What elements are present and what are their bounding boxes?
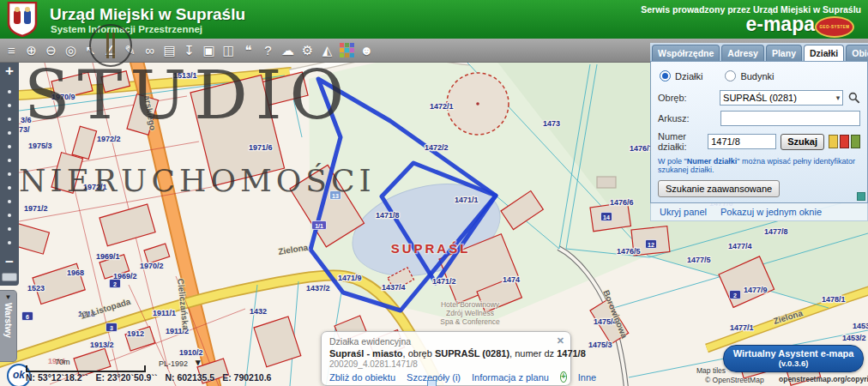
zoom-tick[interactable] [8,104,11,107]
search-icon[interactable] [848,92,860,104]
parcel-label: 1910/2 [179,348,203,357]
advanced-search-button[interactable]: Szukanie zaawansowane [658,180,780,197]
select-area-icon[interactable]: ◎ [61,40,81,61]
parcel-description: Supraśl - miasto, obręb SUPRAŚL (0281), … [329,348,563,359]
obreb-select[interactable]: SUPRAŚL (0281) ▾ [720,90,843,106]
pointer-icon[interactable]: ↖ [81,40,100,61]
zoom-in-button[interactable]: + [5,63,14,80]
panel-link[interactable]: Ukryj panel [660,207,707,217]
zoom-out-button[interactable]: − [5,255,14,270]
page-subtitle: System Informacji Przestrzennej [51,24,202,34]
parcel-label: 1473 [543,119,560,128]
tab-współrzędne[interactable]: Współrzędne [652,45,720,61]
address-plate: 2 [110,280,121,288]
download-icon[interactable]: ↧ [179,40,199,61]
parcel-label: 1477/4 [728,242,752,250]
layers-icon[interactable]: ≡ [2,40,21,61]
help-icon[interactable]: ? [258,40,278,61]
settings-icon[interactable]: ⚙ [298,40,317,61]
feedback-icon[interactable]: ☻ [357,40,377,61]
chevron-down-icon[interactable]: ▾ [196,357,201,368]
triangle-icon: ▼ [5,294,12,301]
address-plate: 3 [106,323,118,332]
parcel-label: 1513/1 [173,71,197,80]
parcel-label: 1911/1 [153,309,176,317]
draw-icon[interactable]: ✎ [120,40,140,61]
tab-działki[interactable]: Działki [804,45,844,61]
svg-text:2: 2 [113,281,117,287]
parcel-label: 1453/2 [842,334,866,342]
address-plate: 13 [330,191,341,200]
zoom-in-icon[interactable]: ⊕ [21,40,41,61]
assistant-label: Wirtualny Asystent e-mapa [724,348,863,359]
parcel-number-input[interactable] [708,134,776,149]
chevron-down-icon: ▾ [836,93,841,102]
plus-icon[interactable]: + [560,371,567,383]
split-view-icon[interactable]: ◫ [219,40,238,61]
search-button[interactable]: Szukaj [781,134,824,150]
tab-obiekty[interactable]: Obiekty [846,45,868,61]
zoom-slider[interactable]: + − [0,63,19,286]
color-swatch [851,135,860,148]
popup-link[interactable]: Informacja z planu [472,372,549,383]
parcel-label: 1471/2 [432,277,456,286]
layers-tab-label: Warstwy [3,303,13,338]
search-hint: W pole "Numer działki" można wpisać pełn… [658,157,860,174]
print-icon[interactable]: ▤ [160,40,179,61]
zoom-slider-handle[interactable] [2,273,17,281]
comment-icon[interactable]: ❝ [238,40,258,61]
zoom-out-icon[interactable]: ⊖ [41,40,61,61]
measure-area-icon[interactable]: ◭ [317,40,337,61]
obreb-selected-value: SUPRAŚL (0281) [723,93,797,103]
virtual-assistant-button[interactable]: Wirtualny Asystent e-mapa (v.0.3.6) [723,345,864,372]
parcel-label: 1476/5 [617,247,641,256]
arkusz-input[interactable] [720,111,860,126]
zoom-tick[interactable] [8,214,11,217]
zoom-tick[interactable] [8,186,11,190]
zoom-tick[interactable] [8,172,11,176]
zoom-tick[interactable] [8,241,11,244]
svg-text:SUPRAŚL: SUPRAŚL [391,241,471,256]
svg-text:3: 3 [110,325,113,331]
panel-link[interactable]: Pokazuj w jednym oknie [720,207,822,217]
zoom-tick[interactable] [8,118,11,121]
zoom-tick[interactable] [8,200,11,203]
sidebar-tab-layers[interactable]: ▼ Warstwy [0,290,17,362]
map-status-bar: ok 70m PL-1992 ▾ N: 53°12`18.2``E: 23°20… [0,357,274,386]
zoom-tick[interactable] [8,227,11,231]
parcel-info-popup: Działka ewidencyjna ✕ Supraśl - miasto, … [321,331,571,386]
panel-tabs: WspółrzędneAdresyPlanyDziałkiObiekty✕ [650,43,868,62]
zoom-tick[interactable] [8,145,11,148]
measure-icon[interactable]: ∠ [100,40,120,61]
arkusz-label: Arkusz: [658,113,720,124]
parcel-label: 73/ [19,125,30,134]
cloud-services-icon[interactable]: ☁ [278,40,298,61]
zoom-tick[interactable] [8,131,11,135]
svg-text:13: 13 [332,193,339,199]
popup-link[interactable]: Zbliż do obiektu [329,372,395,383]
parcel-label: 1969/1 [96,252,120,261]
close-icon[interactable]: ✕ [557,335,564,347]
radio-label: Działki [675,71,702,81]
panel-resize-handle[interactable] [857,192,865,201]
color-swatch [840,135,849,148]
link-icon[interactable]: ∞ [140,40,160,61]
duplicate-window-icon[interactable]: ▣ [199,40,219,61]
radio-działki[interactable]: Działki [660,70,702,81]
parcel-label: 1471/9 [338,274,362,282]
tab-adresy[interactable]: Adresy [721,45,764,61]
legend-palette-icon[interactable] [337,40,357,61]
emapa-brand: e-mapa [745,13,815,36]
zoom-tick[interactable] [8,90,11,93]
parcel-label: 1912 [127,329,144,338]
zoom-slider-track[interactable] [8,80,11,255]
tab-plany[interactable]: Plany [766,45,802,61]
parcel-label: 1913/2 [90,341,114,349]
radio-budynki[interactable]: Budynki [725,70,774,81]
crs-label[interactable]: PL-1992 [159,359,188,368]
zoom-tick[interactable] [8,159,11,162]
svg-text:1/1: 1/1 [315,223,323,229]
popup-drag-handle[interactable] [427,380,437,386]
parcel-label: 1437/4 [382,283,406,292]
popup-link-more[interactable]: Inne [578,372,596,383]
